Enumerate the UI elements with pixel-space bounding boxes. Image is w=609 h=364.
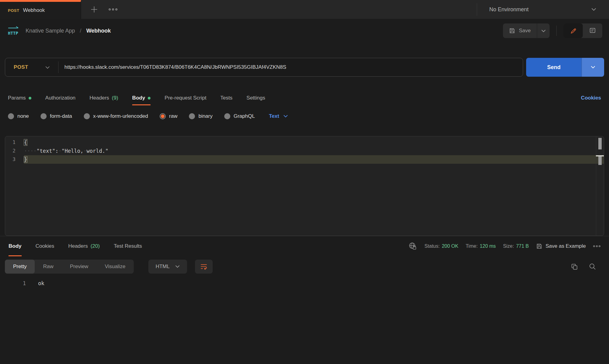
editor-code[interactable]: {	[24, 138, 604, 147]
environment-label: No Environment	[489, 6, 529, 13]
tab-options-button[interactable]	[108, 8, 118, 11]
tab-authorization[interactable]: Authorization	[45, 91, 76, 105]
chevron-down-icon	[591, 66, 595, 69]
body-type-x-www-form-urlencoded[interactable]: x-www-form-urlencoded	[84, 113, 148, 119]
tab-label: Settings	[246, 95, 265, 101]
search-icon	[589, 263, 596, 270]
response-body[interactable]: 1 ok	[0, 278, 609, 289]
comment-button[interactable]	[583, 23, 602, 38]
request-body-editor[interactable]: 1{2····"text":·"Hello,·world."3}	[5, 136, 604, 236]
save-as-example-button[interactable]: Save as Example	[536, 243, 586, 249]
wrap-lines-button[interactable]	[195, 260, 213, 274]
option-label: raw	[169, 113, 177, 119]
tab-pre-request-script[interactable]: Pre-request Script	[165, 91, 206, 105]
editor-line[interactable]: 2····"text":·"Hello,·world."	[5, 147, 604, 155]
response-format-selector[interactable]: HTML	[148, 260, 187, 274]
editor-line-number: 3	[5, 155, 24, 164]
tab-bar: POST Webhook No Environment	[0, 0, 609, 19]
radio-icon	[224, 113, 230, 119]
search-response-button[interactable]	[586, 260, 599, 273]
response-time: Time: 120 ms	[466, 243, 496, 249]
tab-params[interactable]: Params	[8, 91, 31, 105]
view-raw[interactable]: Raw	[35, 260, 62, 274]
status-label: Status:	[424, 243, 440, 249]
body-type-binary[interactable]: binary	[189, 113, 212, 119]
editor-line[interactable]: 3}	[5, 155, 604, 164]
breadcrumb-collection[interactable]: Knative Sample App	[26, 28, 75, 34]
response-header: Body Cookies Headers (20) Test Results S…	[0, 236, 609, 256]
request-tab[interactable]: POST Webhook	[0, 0, 81, 19]
body-type-graphql[interactable]: GraphQL	[224, 113, 255, 119]
option-label: none	[17, 113, 29, 119]
tab-tests[interactable]: Tests	[220, 91, 232, 105]
tab-headers[interactable]: Headers (9)	[90, 91, 118, 105]
editor-line[interactable]: 1{	[5, 138, 604, 147]
body-type-raw[interactable]: raw	[160, 113, 177, 119]
tab-label: Cookies	[36, 243, 54, 249]
raw-format-selector[interactable]: Text	[269, 113, 288, 119]
editor-line-number: 1	[5, 138, 24, 147]
copy-response-button[interactable]	[568, 260, 581, 273]
svg-text:HTTP: HTTP	[8, 31, 18, 36]
response-status: Status: 200 OK	[424, 243, 458, 249]
save-button[interactable]: Save	[503, 23, 537, 38]
globe-lock-icon	[409, 242, 417, 250]
environment-selector[interactable]: No Environment	[477, 0, 609, 19]
request-header-actions: Save	[503, 23, 602, 38]
status-value: 200 OK	[442, 243, 458, 249]
edit-request-button[interactable]	[563, 23, 583, 38]
editor-scrollbar-thumb[interactable]	[598, 138, 602, 149]
method-label: POST	[14, 64, 28, 70]
option-label: form-data	[50, 113, 72, 119]
copy-icon	[571, 263, 578, 270]
url-input[interactable]	[58, 64, 523, 70]
wrap-text-icon	[200, 263, 208, 271]
tab-body[interactable]: Body	[132, 91, 151, 105]
breadcrumb-request-name[interactable]: Webhook	[86, 28, 111, 34]
editor-code[interactable]: }	[24, 155, 604, 164]
tab-settings[interactable]: Settings	[246, 91, 265, 105]
editor-overview-ruler[interactable]	[596, 136, 604, 236]
chevron-down-icon	[175, 265, 180, 268]
response-tab-cookies[interactable]: Cookies	[36, 236, 54, 256]
body-type-none[interactable]: none	[8, 113, 29, 119]
body-type-options: none form-data x-www-form-urlencoded raw…	[0, 110, 609, 123]
tab-label: Body	[9, 243, 22, 249]
url-bar: POST	[5, 58, 523, 77]
chevron-down-icon	[283, 115, 288, 118]
view-pretty[interactable]: Pretty	[5, 260, 35, 274]
view-preview[interactable]: Preview	[62, 260, 96, 274]
edit-comment-group	[563, 23, 602, 38]
radio-icon	[84, 113, 90, 119]
more-icon	[108, 8, 118, 11]
response-tab-test-results[interactable]: Test Results	[114, 236, 142, 256]
response-tab-headers[interactable]: Headers (20)	[68, 236, 100, 256]
editor-code[interactable]: ····"text":·"Hello,·world."	[24, 147, 604, 155]
send-button-group: Send	[526, 58, 604, 77]
response-tab-body[interactable]: Body	[9, 236, 22, 256]
response-meta: Status: 200 OK Time: 120 ms Size: 771 B …	[409, 242, 600, 250]
breadcrumb-separator: /	[80, 28, 81, 34]
tab-label: Authorization	[45, 95, 76, 101]
method-selector[interactable]: POST	[5, 58, 58, 76]
view-visualize[interactable]: Visualize	[97, 260, 134, 274]
response-panel: Body Cookies Headers (20) Test Results S…	[0, 236, 609, 289]
chevron-down-icon	[591, 8, 596, 11]
radio-selected-icon	[160, 113, 166, 119]
option-label: GraphQL	[234, 113, 255, 119]
tab-label: Body	[132, 95, 145, 101]
header-divider	[556, 26, 557, 36]
send-options-button[interactable]	[582, 58, 604, 77]
body-type-form-data[interactable]: form-data	[41, 113, 72, 119]
cookies-link[interactable]: Cookies	[581, 95, 601, 101]
network-info-button[interactable]	[409, 242, 417, 250]
new-tab-button[interactable]	[90, 5, 98, 13]
time-value: 120 ms	[480, 243, 496, 249]
editor-lines: 1{2····"text":·"Hello,·world."3}	[5, 138, 604, 164]
response-options-button[interactable]	[593, 245, 600, 247]
tab-bar-actions	[81, 0, 118, 19]
send-button[interactable]: Send	[526, 58, 582, 77]
save-options-button[interactable]	[537, 23, 550, 38]
tab-title: Webhook	[23, 7, 45, 13]
format-label: Text	[269, 113, 279, 119]
